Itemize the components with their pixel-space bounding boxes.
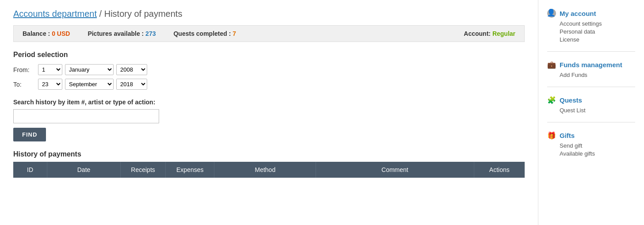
col-header-expenses: Expenses bbox=[166, 162, 214, 178]
search-input[interactable] bbox=[13, 109, 159, 123]
account-info: Account: Regular bbox=[464, 30, 515, 37]
col-header-actions: Actions bbox=[474, 162, 525, 178]
to-year-select[interactable]: 2008200920102011 2012201320142015 201620… bbox=[116, 79, 147, 90]
stats-bar: Balance : 0 USD Pictures available : 273… bbox=[13, 25, 525, 42]
send-gift-link[interactable]: Send gift bbox=[560, 142, 635, 149]
funds-header: 💼 Funds management bbox=[547, 61, 635, 69]
quests-title[interactable]: Quests bbox=[560, 96, 582, 104]
person-icon bbox=[547, 9, 556, 18]
sidebar-section-gifts: 🎁 Gifts Send gift Available gifts bbox=[547, 131, 635, 165]
sidebar-section-quests: 🧩 Quests Quest List bbox=[547, 96, 635, 122]
quests-header: 🧩 Quests bbox=[547, 96, 635, 104]
history-table: ID Date Receipts Expenses Method Comment… bbox=[13, 162, 525, 178]
pictures-stat: Pictures available : 273 bbox=[88, 30, 156, 37]
pictures-value: 273 bbox=[145, 30, 156, 37]
balance-label: Balance : bbox=[23, 30, 50, 37]
pictures-label: Pictures available : bbox=[88, 30, 144, 37]
account-settings-link[interactable]: Account settings bbox=[560, 20, 635, 27]
col-header-method: Method bbox=[214, 162, 316, 178]
available-gifts-link[interactable]: Available gifts bbox=[560, 150, 635, 157]
to-day-select[interactable]: 12345 678910 1112131415 1617181920 21222… bbox=[38, 79, 62, 90]
funds-icon: 💼 bbox=[547, 61, 556, 69]
account-label: Account: bbox=[464, 30, 491, 37]
account-type: Regular bbox=[492, 30, 515, 37]
my-account-header: My account bbox=[547, 9, 635, 18]
sidebar-section-funds: 💼 Funds management Add Funds bbox=[547, 61, 635, 87]
col-header-receipts: Receipts bbox=[121, 162, 166, 178]
balance-stat: Balance : 0 USD bbox=[23, 30, 70, 37]
from-row: From: 12345 678910 1112131415 1617181920… bbox=[13, 64, 525, 75]
col-header-date: Date bbox=[47, 162, 121, 178]
personal-data-link[interactable]: Personal data bbox=[560, 28, 635, 35]
breadcrumb-separator: / bbox=[99, 9, 104, 19]
to-row: To: 12345 678910 1112131415 1617181920 2… bbox=[13, 79, 525, 90]
breadcrumb-parent-link[interactable]: Accounts department bbox=[13, 9, 97, 19]
col-header-comment: Comment bbox=[316, 162, 474, 178]
my-account-title[interactable]: My account bbox=[560, 10, 596, 17]
from-month-select[interactable]: JanuaryFebruaryMarchApril MayJuneJulyAug… bbox=[65, 64, 114, 75]
quests-label: Quests completed : bbox=[173, 30, 231, 37]
find-button[interactable]: FIND bbox=[13, 128, 46, 141]
breadcrumb-current: History of payments bbox=[104, 9, 183, 19]
table-header-row: ID Date Receipts Expenses Method Comment… bbox=[13, 162, 525, 178]
gifts-title[interactable]: Gifts bbox=[560, 132, 575, 139]
history-title: History of payments bbox=[13, 150, 525, 158]
license-link[interactable]: License bbox=[560, 36, 635, 43]
quest-list-link[interactable]: Quest List bbox=[560, 107, 635, 114]
gifts-icon: 🎁 bbox=[547, 131, 556, 140]
period-selection: Period selection From: 12345 678910 1112… bbox=[13, 51, 525, 90]
gifts-header: 🎁 Gifts bbox=[547, 131, 635, 140]
from-year-select[interactable]: 2008200920102011 2012201320142015 201620… bbox=[116, 64, 147, 75]
search-label: Search history by item #, artist or type… bbox=[13, 99, 525, 106]
from-label: From: bbox=[13, 66, 35, 73]
from-day-select[interactable]: 12345 678910 1112131415 1617181920 21222… bbox=[38, 64, 62, 75]
balance-value: 0 USD bbox=[52, 30, 70, 37]
quests-icon: 🧩 bbox=[547, 96, 556, 104]
funds-title[interactable]: Funds management bbox=[560, 61, 622, 69]
to-label: To: bbox=[13, 81, 35, 88]
period-selection-title: Period selection bbox=[13, 51, 525, 59]
search-section: Search history by item #, artist or type… bbox=[13, 99, 525, 141]
breadcrumb: Accounts department / History of payment… bbox=[13, 9, 525, 19]
quests-stat: Quests completed : 7 bbox=[173, 30, 236, 37]
col-header-id: ID bbox=[13, 162, 47, 178]
sidebar-section-my-account: My account Account settings Personal dat… bbox=[547, 9, 635, 52]
quests-value: 7 bbox=[232, 30, 236, 37]
to-month-select[interactable]: JanuaryFebruaryMarchApril MayJuneJulyAug… bbox=[65, 79, 114, 90]
add-funds-link[interactable]: Add Funds bbox=[560, 72, 635, 78]
sidebar: My account Account settings Personal dat… bbox=[538, 0, 644, 225]
